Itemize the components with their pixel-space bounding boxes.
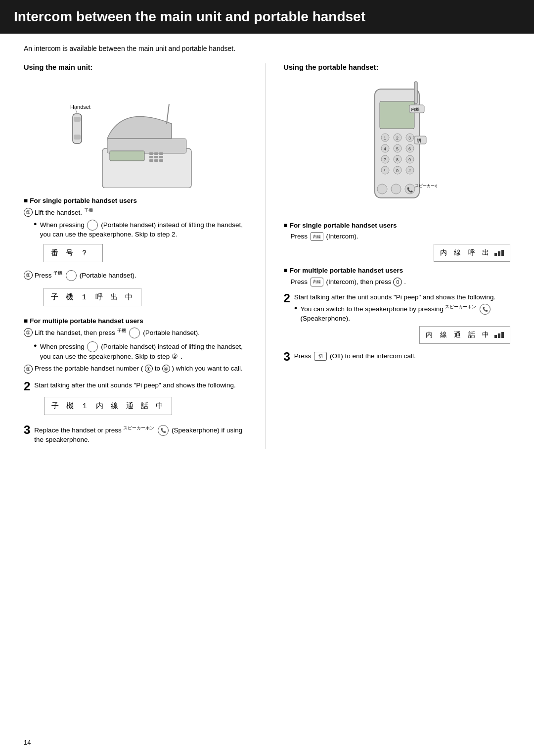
right-bullet-1: You can switch to the speakerphone by pr… xyxy=(294,304,510,322)
svg-text:9: 9 xyxy=(408,157,411,162)
speaker-super-3: スピーカーホン xyxy=(123,425,154,430)
svg-rect-10 xyxy=(159,152,163,155)
page-number: 14 xyxy=(24,739,31,746)
display-box-3-wrap: 子 機 １ 内 線 通 話 中 xyxy=(34,393,250,419)
svg-text:#: # xyxy=(408,168,411,173)
svg-text:📞: 📞 xyxy=(407,187,413,193)
right-step2-content: Start talking after the unit sounds "Pi … xyxy=(294,293,510,344)
fax-machine-image: Handset xyxy=(24,79,251,188)
left-step1-single-title: For single portable handset users xyxy=(24,197,251,204)
svg-text:5: 5 xyxy=(396,146,399,151)
left-step2: 2 Start talking after the unit sounds "P… xyxy=(24,381,251,419)
display-box-1-wrap: 番 号 ？ xyxy=(34,240,251,266)
svg-line-17 xyxy=(167,104,169,124)
step-circle-1: ① xyxy=(24,208,33,217)
step-circle-m1: ① xyxy=(24,328,33,337)
bullet-1: When pressing (Portable handset) instead… xyxy=(34,220,251,238)
svg-rect-11 xyxy=(149,156,153,158)
right-step-num-big-2: 2 xyxy=(284,292,290,304)
svg-text:1: 1 xyxy=(384,136,386,141)
list-item-2: ② Press 子機 (Portable handset). xyxy=(24,270,251,281)
svg-rect-16 xyxy=(159,159,163,162)
step-circle-m2: ② xyxy=(24,365,33,374)
left-step1-single-list-2: ② Press 子機 (Portable handset). xyxy=(24,270,251,281)
svg-rect-1 xyxy=(74,117,81,122)
display-box-2-wrap: 子 機 １ 呼 出 中 xyxy=(34,284,251,310)
page: Intercom between the main unit and porta… xyxy=(0,0,534,756)
right-step3-content: Press 切 (Off) to end the intercom call. xyxy=(294,352,510,361)
svg-rect-15 xyxy=(154,159,158,162)
display-box-3: 子 機 １ 内 線 通 話 中 xyxy=(44,397,172,415)
signal-bars-1 xyxy=(494,250,504,256)
step-text-2: Press 子機 (Portable handset). xyxy=(35,270,136,281)
speaker-button-icon-3: 📞 xyxy=(158,425,169,436)
left-step3: 3 Replace the handset or press スピーカーホン 📞… xyxy=(24,425,251,443)
list-item-m2: ② Press the portable handset number ( ① … xyxy=(24,364,251,374)
svg-text:Handset: Handset xyxy=(70,104,90,110)
left-column: Using the main unit: Handset xyxy=(24,63,266,449)
speaker-super-r: スピーカーホン xyxy=(445,304,476,309)
svg-rect-9 xyxy=(154,152,158,155)
svg-text:3: 3 xyxy=(408,136,411,141)
step-text-m2: Press the portable handset number ( ① to… xyxy=(35,364,243,373)
step-text-m1: Lift the handset, then press 子機 (Portabl… xyxy=(35,328,200,338)
num-circle-4: ④ xyxy=(162,365,170,373)
display-right-1-wrap: 内 線 呼 出 xyxy=(284,244,511,262)
right-bullet-text: You can switch to the speakerphone by pr… xyxy=(301,304,510,322)
portable-phone-svg: 内線 切 1 2 3 4 xyxy=(357,79,437,213)
portable-button-icon-m2 xyxy=(87,341,98,352)
svg-text:スピーカーホン: スピーカーホン xyxy=(415,184,437,188)
svg-point-55 xyxy=(391,184,401,194)
left-step1-multi-list: ① Lift the handset, then press 子機 (Porta… xyxy=(24,328,251,338)
display-box-1: 番 号 ？ xyxy=(44,244,103,262)
svg-rect-12 xyxy=(154,156,158,158)
naiwa-button: 内線 xyxy=(311,232,323,241)
svg-rect-14 xyxy=(149,159,153,162)
svg-text:4: 4 xyxy=(384,146,386,151)
svg-text:2: 2 xyxy=(396,136,399,141)
svg-text:7: 7 xyxy=(384,157,386,162)
portable-button-icon xyxy=(87,220,98,231)
step-num-big-2: 2 xyxy=(24,380,30,392)
step3-content: Replace the handset or press スピーカーホン 📞 (… xyxy=(34,425,250,443)
num-circle-0: 0 xyxy=(393,278,402,286)
svg-text:内線: 内線 xyxy=(411,107,420,112)
display-right-2: 内 線 通 話 中 xyxy=(419,326,510,344)
right-step-num-big-3: 3 xyxy=(284,351,290,363)
signal-bars-2 xyxy=(494,332,504,338)
right-step2: 2 Start talking after the unit sounds "P… xyxy=(284,293,511,344)
portable-phone-image: 内線 切 1 2 3 4 xyxy=(284,79,511,213)
svg-text:6: 6 xyxy=(408,146,411,151)
num-circle-1: ① xyxy=(145,365,153,373)
left-step1-multi-title: For multiple portable handset users xyxy=(24,317,251,325)
svg-rect-13 xyxy=(159,156,163,158)
off-button: 切 xyxy=(314,352,327,361)
page-title: Intercom between the main unit and porta… xyxy=(0,0,534,34)
right-section-header: Using the portable handset: xyxy=(284,63,511,71)
svg-text:8: 8 xyxy=(396,157,399,162)
right-step3: 3 Press 切 (Off) to end the intercom call… xyxy=(284,352,511,363)
fax-machine-svg: Handset xyxy=(68,79,206,188)
svg-rect-8 xyxy=(149,152,153,155)
left-step1-single-list: ① Lift the handset. 子機 xyxy=(24,207,251,217)
bullet-m1: When pressing (Portable handset) instead… xyxy=(34,341,251,361)
two-column-layout: Using the main unit: Handset xyxy=(24,63,510,449)
display-box-2: 子 機 １ 呼 出 中 xyxy=(44,288,141,306)
bullet-text: When pressing (Portable handset) instead… xyxy=(40,220,251,238)
kodomo-super-m: 子機 xyxy=(117,328,126,333)
display-right-2-wrap: 内 線 通 話 中 xyxy=(294,326,510,344)
svg-text:*: * xyxy=(384,168,386,173)
portable-button-icon-2 xyxy=(66,270,77,281)
left-section-header: Using the main unit: xyxy=(24,63,251,71)
bullet-text-m1: When pressing (Portable handset) instead… xyxy=(40,341,251,361)
svg-point-54 xyxy=(377,184,387,194)
intro-text: An intercom is available between the mai… xyxy=(24,45,510,52)
svg-text:切: 切 xyxy=(417,138,421,143)
svg-rect-2 xyxy=(74,135,81,140)
right-step1-multi-text: Press 内線 (Intercom), then press 0 . xyxy=(291,277,511,286)
right-step1-single-title: For single portable handset users xyxy=(284,222,511,229)
right-column: Using the portable handset: 内線 切 xyxy=(266,63,511,449)
svg-rect-25 xyxy=(380,101,414,129)
step-num-big-3: 3 xyxy=(24,424,30,436)
svg-text:0: 0 xyxy=(396,168,399,173)
